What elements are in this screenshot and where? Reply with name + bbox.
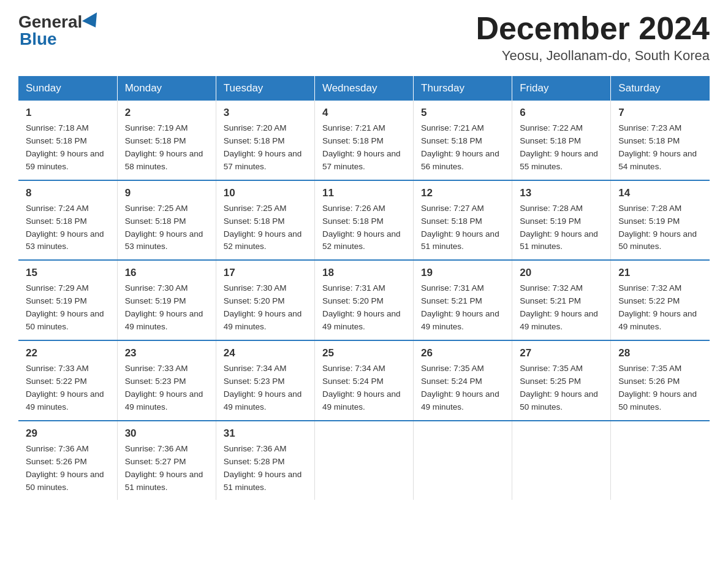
header-tuesday: Tuesday <box>216 76 314 101</box>
day-info: Sunrise: 7:35 AMSunset: 5:24 PMDaylight:… <box>421 362 504 414</box>
day-number: 26 <box>421 347 504 359</box>
calendar-cell: 12 Sunrise: 7:27 AMSunset: 5:18 PMDaylig… <box>414 180 512 261</box>
day-number: 7 <box>618 107 702 119</box>
day-info: Sunrise: 7:35 AMSunset: 5:25 PMDaylight:… <box>520 362 603 414</box>
day-number: 30 <box>125 427 208 440</box>
calendar-cell: 20 Sunrise: 7:32 AMSunset: 5:21 PMDaylig… <box>512 260 611 340</box>
day-info: Sunrise: 7:23 AMSunset: 5:18 PMDaylight:… <box>618 122 702 174</box>
day-info: Sunrise: 7:36 AMSunset: 5:27 PMDaylight:… <box>125 443 208 494</box>
day-number: 23 <box>125 347 208 359</box>
logo: General Blue <box>18 12 103 49</box>
day-number: 17 <box>224 267 307 279</box>
day-number: 27 <box>520 347 603 359</box>
calendar-week-row: 22 Sunrise: 7:33 AMSunset: 5:22 PMDaylig… <box>18 340 710 421</box>
day-number: 31 <box>224 427 307 440</box>
calendar-cell <box>314 421 413 500</box>
header-saturday: Saturday <box>611 76 710 101</box>
calendar-cell <box>611 421 710 500</box>
calendar-cell: 30 Sunrise: 7:36 AMSunset: 5:27 PMDaylig… <box>117 421 216 500</box>
day-number: 22 <box>26 347 110 359</box>
day-number: 20 <box>520 267 603 279</box>
title-section: December 2024 Yeosu, Jeollanam-do, South… <box>476 12 710 64</box>
day-number: 8 <box>26 187 110 199</box>
day-number: 18 <box>322 267 406 279</box>
calendar-cell: 4 Sunrise: 7:21 AMSunset: 5:18 PMDayligh… <box>314 101 413 180</box>
calendar-cell: 5 Sunrise: 7:21 AMSunset: 5:18 PMDayligh… <box>414 101 512 180</box>
day-number: 25 <box>322 347 406 359</box>
calendar-cell <box>414 421 512 500</box>
day-info: Sunrise: 7:24 AMSunset: 5:18 PMDaylight:… <box>26 202 110 254</box>
header-monday: Monday <box>117 76 216 101</box>
day-info: Sunrise: 7:35 AMSunset: 5:26 PMDaylight:… <box>618 362 702 414</box>
calendar-cell: 10 Sunrise: 7:25 AMSunset: 5:18 PMDaylig… <box>216 180 314 261</box>
day-info: Sunrise: 7:34 AMSunset: 5:24 PMDaylight:… <box>322 362 406 414</box>
calendar-cell: 26 Sunrise: 7:35 AMSunset: 5:24 PMDaylig… <box>414 340 512 421</box>
calendar-cell: 31 Sunrise: 7:36 AMSunset: 5:28 PMDaylig… <box>216 421 314 500</box>
day-number: 29 <box>26 427 110 440</box>
day-info: Sunrise: 7:20 AMSunset: 5:18 PMDaylight:… <box>224 122 307 174</box>
day-info: Sunrise: 7:34 AMSunset: 5:23 PMDaylight:… <box>224 362 307 414</box>
calendar-cell: 22 Sunrise: 7:33 AMSunset: 5:22 PMDaylig… <box>18 340 117 421</box>
calendar-cell: 6 Sunrise: 7:22 AMSunset: 5:18 PMDayligh… <box>512 101 611 180</box>
calendar-week-row: 8 Sunrise: 7:24 AMSunset: 5:18 PMDayligh… <box>18 180 710 261</box>
calendar-cell: 14 Sunrise: 7:28 AMSunset: 5:19 PMDaylig… <box>611 180 710 261</box>
calendar-cell: 16 Sunrise: 7:30 AMSunset: 5:19 PMDaylig… <box>117 260 216 340</box>
day-info: Sunrise: 7:28 AMSunset: 5:19 PMDaylight:… <box>618 202 702 254</box>
day-info: Sunrise: 7:31 AMSunset: 5:21 PMDaylight:… <box>421 282 504 334</box>
day-number: 4 <box>322 107 406 119</box>
calendar-cell: 11 Sunrise: 7:26 AMSunset: 5:18 PMDaylig… <box>314 180 413 261</box>
calendar-cell: 13 Sunrise: 7:28 AMSunset: 5:19 PMDaylig… <box>512 180 611 261</box>
month-title: December 2024 <box>476 12 710 44</box>
header-sunday: Sunday <box>18 76 117 101</box>
day-info: Sunrise: 7:18 AMSunset: 5:18 PMDaylight:… <box>26 122 110 174</box>
page-header: General Blue December 2024 Yeosu, Jeolla… <box>18 12 710 64</box>
day-number: 1 <box>26 107 110 119</box>
day-info: Sunrise: 7:21 AMSunset: 5:18 PMDaylight:… <box>322 122 406 174</box>
calendar-cell: 9 Sunrise: 7:25 AMSunset: 5:18 PMDayligh… <box>117 180 216 261</box>
day-number: 3 <box>224 107 307 119</box>
day-number: 19 <box>421 267 504 279</box>
calendar-cell: 29 Sunrise: 7:36 AMSunset: 5:26 PMDaylig… <box>18 421 117 500</box>
day-number: 6 <box>520 107 603 119</box>
calendar-cell: 18 Sunrise: 7:31 AMSunset: 5:20 PMDaylig… <box>314 260 413 340</box>
calendar-cell: 15 Sunrise: 7:29 AMSunset: 5:19 PMDaylig… <box>18 260 117 340</box>
day-info: Sunrise: 7:28 AMSunset: 5:19 PMDaylight:… <box>520 202 603 254</box>
day-info: Sunrise: 7:19 AMSunset: 5:18 PMDaylight:… <box>125 122 208 174</box>
calendar-week-row: 29 Sunrise: 7:36 AMSunset: 5:26 PMDaylig… <box>18 421 710 500</box>
calendar-week-row: 15 Sunrise: 7:29 AMSunset: 5:19 PMDaylig… <box>18 260 710 340</box>
day-number: 14 <box>618 187 702 199</box>
calendar-cell: 25 Sunrise: 7:34 AMSunset: 5:24 PMDaylig… <box>314 340 413 421</box>
calendar-cell: 28 Sunrise: 7:35 AMSunset: 5:26 PMDaylig… <box>611 340 710 421</box>
calendar-cell <box>512 421 611 500</box>
calendar-cell: 7 Sunrise: 7:23 AMSunset: 5:18 PMDayligh… <box>611 101 710 180</box>
day-number: 11 <box>322 187 406 199</box>
day-number: 10 <box>224 187 307 199</box>
day-info: Sunrise: 7:25 AMSunset: 5:18 PMDaylight:… <box>224 202 307 254</box>
day-info: Sunrise: 7:26 AMSunset: 5:18 PMDaylight:… <box>322 202 406 254</box>
day-number: 5 <box>421 107 504 119</box>
calendar-cell: 27 Sunrise: 7:35 AMSunset: 5:25 PMDaylig… <box>512 340 611 421</box>
day-info: Sunrise: 7:25 AMSunset: 5:18 PMDaylight:… <box>125 202 208 254</box>
day-info: Sunrise: 7:33 AMSunset: 5:23 PMDaylight:… <box>125 362 208 414</box>
day-number: 9 <box>125 187 208 199</box>
day-info: Sunrise: 7:27 AMSunset: 5:18 PMDaylight:… <box>421 202 504 254</box>
day-info: Sunrise: 7:22 AMSunset: 5:18 PMDaylight:… <box>520 122 603 174</box>
logo-blue-text: Blue <box>18 29 57 49</box>
day-info: Sunrise: 7:32 AMSunset: 5:22 PMDaylight:… <box>618 282 702 334</box>
calendar-cell: 8 Sunrise: 7:24 AMSunset: 5:18 PMDayligh… <box>18 180 117 261</box>
day-info: Sunrise: 7:36 AMSunset: 5:26 PMDaylight:… <box>26 443 110 494</box>
calendar-header-row: SundayMondayTuesdayWednesdayThursdayFrid… <box>18 76 710 101</box>
day-number: 28 <box>618 347 702 359</box>
calendar-cell: 17 Sunrise: 7:30 AMSunset: 5:20 PMDaylig… <box>216 260 314 340</box>
day-info: Sunrise: 7:31 AMSunset: 5:20 PMDaylight:… <box>322 282 406 334</box>
day-info: Sunrise: 7:29 AMSunset: 5:19 PMDaylight:… <box>26 282 110 334</box>
calendar-cell: 19 Sunrise: 7:31 AMSunset: 5:21 PMDaylig… <box>414 260 512 340</box>
day-number: 12 <box>421 187 504 199</box>
day-info: Sunrise: 7:33 AMSunset: 5:22 PMDaylight:… <box>26 362 110 414</box>
header-friday: Friday <box>512 76 611 101</box>
calendar-cell: 2 Sunrise: 7:19 AMSunset: 5:18 PMDayligh… <box>117 101 216 180</box>
day-info: Sunrise: 7:30 AMSunset: 5:19 PMDaylight:… <box>125 282 208 334</box>
day-info: Sunrise: 7:30 AMSunset: 5:20 PMDaylight:… <box>224 282 307 334</box>
calendar-cell: 21 Sunrise: 7:32 AMSunset: 5:22 PMDaylig… <box>611 260 710 340</box>
calendar-cell: 3 Sunrise: 7:20 AMSunset: 5:18 PMDayligh… <box>216 101 314 180</box>
